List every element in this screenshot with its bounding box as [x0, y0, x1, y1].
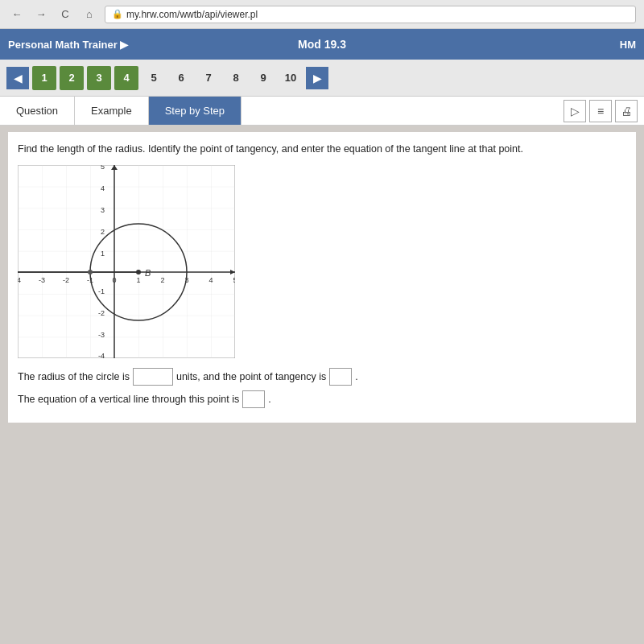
- svg-text:4: 4: [208, 276, 213, 284]
- nav-num-1[interactable]: 1: [32, 66, 56, 90]
- svg-text:-3: -3: [39, 276, 45, 284]
- svg-text:2: 2: [101, 228, 105, 236]
- nav-num-6[interactable]: 6: [169, 66, 193, 90]
- svg-point-27: [136, 270, 141, 275]
- svg-text:-1: -1: [98, 287, 105, 295]
- print-icon-button[interactable]: 🖨: [615, 100, 638, 122]
- equation-label: The equation of a vertical line through …: [18, 394, 239, 405]
- forward-button[interactable]: →: [32, 6, 50, 23]
- svg-text:5: 5: [101, 165, 105, 171]
- next-arrow[interactable]: ▶: [306, 67, 328, 89]
- equation-answer-line: The equation of a vertical line through …: [18, 390, 626, 408]
- nav-num-3[interactable]: 3: [87, 66, 111, 90]
- nav-num-2[interactable]: 2: [60, 66, 84, 90]
- mod-label: Mod 19.3: [298, 38, 346, 51]
- svg-text:B: B: [145, 268, 151, 278]
- svg-text:5: 5: [233, 276, 235, 284]
- lock-icon: 🔒: [112, 9, 123, 19]
- radius-units: units, and the point of tangency is: [176, 371, 326, 382]
- svg-point-29: [88, 270, 93, 275]
- nav-num-9[interactable]: 9: [251, 66, 275, 90]
- svg-text:3: 3: [101, 206, 105, 214]
- play-icon-button[interactable]: ▷: [564, 100, 586, 122]
- nav-num-4[interactable]: 4: [114, 66, 138, 90]
- tab-question[interactable]: Question: [0, 97, 75, 125]
- book-icon-button[interactable]: ≡: [589, 100, 612, 122]
- question-nav: ◀ 1 2 3 4 5 6 7 8 9 10 ▶: [0, 60, 644, 97]
- tab-icons: ▷ ≡ 🖨: [564, 97, 644, 125]
- svg-text:-4: -4: [98, 352, 105, 358]
- prev-arrow[interactable]: ◀: [6, 67, 29, 89]
- tab-bar: Question Example Step by Step ▷ ≡ 🖨: [0, 97, 644, 126]
- svg-rect-1: [18, 165, 235, 358]
- browser-bar: ← → C ⌂ 🔒 my.hrw.com/wwtb/api/viewer.pl: [0, 0, 644, 29]
- home-button[interactable]: ⌂: [80, 6, 98, 23]
- svg-text:1: 1: [136, 276, 140, 284]
- svg-text:2: 2: [160, 276, 164, 284]
- svg-text:-4: -4: [18, 276, 21, 284]
- svg-text:-2: -2: [63, 276, 69, 284]
- graph-svg: -4 -3 -2 -1 0 1 2 3 4 5 5 4 3 2 1 -1 -2 …: [18, 165, 235, 358]
- hm-label: HM: [620, 39, 636, 51]
- reload-button[interactable]: C: [56, 6, 74, 23]
- nav-num-5[interactable]: 5: [142, 66, 166, 90]
- content-area: Find the length of the radius. Identify …: [8, 132, 636, 423]
- nav-num-7[interactable]: 7: [196, 66, 221, 90]
- nav-num-8[interactable]: 8: [224, 66, 248, 90]
- graph-container: -4 -3 -2 -1 0 1 2 3 4 5 5 4 3 2 1 -1 -2 …: [18, 165, 235, 358]
- radius-label: The radius of the circle is: [18, 371, 130, 382]
- tab-step-by-step[interactable]: Step by Step: [149, 97, 242, 125]
- radius-input[interactable]: [133, 368, 173, 386]
- svg-text:4: 4: [101, 184, 105, 192]
- svg-text:-3: -3: [98, 331, 105, 339]
- back-button[interactable]: ←: [8, 6, 26, 23]
- equation-input[interactable]: [242, 390, 265, 408]
- period-1: .: [355, 371, 357, 382]
- svg-text:0: 0: [112, 276, 116, 284]
- period-2: .: [268, 394, 270, 405]
- question-text: Find the length of the radius. Identify …: [18, 142, 626, 157]
- tangency-point-input[interactable]: [329, 368, 352, 386]
- radius-answer-line: The radius of the circle is units, and t…: [18, 368, 626, 386]
- url-text: my.hrw.com/wwtb/api/viewer.pl: [126, 9, 258, 20]
- nav-num-10[interactable]: 10: [279, 66, 303, 90]
- tab-example[interactable]: Example: [75, 97, 149, 125]
- svg-text:-2: -2: [98, 309, 105, 317]
- svg-text:1: 1: [101, 250, 105, 258]
- url-bar[interactable]: 🔒 my.hrw.com/wwtb/api/viewer.pl: [105, 6, 636, 23]
